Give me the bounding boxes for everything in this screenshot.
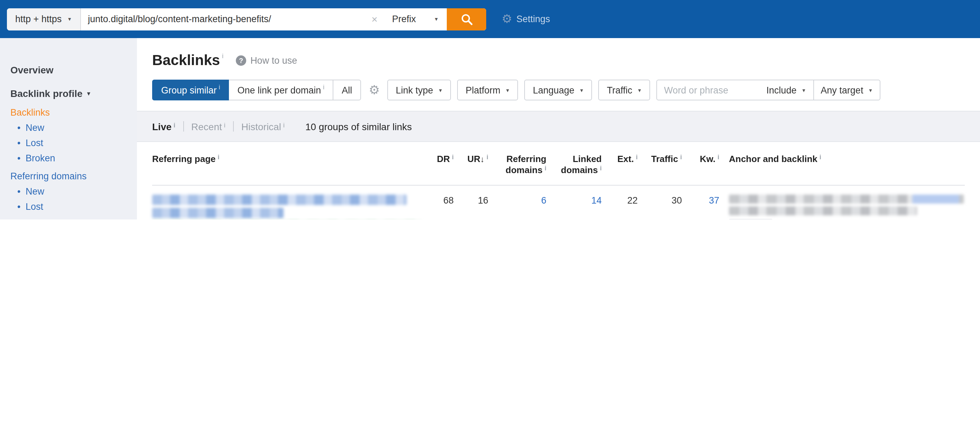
table-row: ENECOMMERCEWORDPRESS6816614223037CONTENT… (152, 185, 965, 219)
chevron-down-icon: ▼ (67, 17, 72, 21)
filter-dropdown-language[interactable]: Language▼ (525, 80, 592, 101)
groups-summary: 10 groups of similar links (305, 121, 412, 132)
gear-icon: ⚙ (502, 13, 512, 25)
sidebar-subitem-new[interactable]: •New (10, 185, 133, 198)
any-target-dropdown[interactable]: Any target▼ (814, 85, 880, 95)
sidebar-subitem-lost[interactable]: •Lost (10, 201, 133, 213)
column-settings-gear-icon[interactable]: ⚙ (369, 82, 380, 97)
traffic-value: 30 (638, 195, 682, 219)
chevron-down-icon: ▼ (505, 88, 510, 93)
mode-label: Prefix (392, 14, 416, 24)
protocol-dropdown[interactable]: http + https ▼ (7, 8, 81, 30)
info-icon: i (323, 84, 325, 91)
word-or-phrase-input[interactable] (657, 85, 759, 95)
question-icon: ? (236, 55, 246, 65)
target-url-input[interactable] (81, 8, 366, 30)
info-icon: i (600, 165, 602, 172)
page-title: Backlinks (152, 52, 220, 69)
protocol-label: http + https (15, 14, 62, 24)
column-header-traffic[interactable]: Traffici (638, 154, 682, 177)
header-line: Referring (488, 154, 546, 165)
bullet-icon: • (17, 137, 21, 150)
header-line: Linked (546, 154, 602, 165)
chevron-down-icon: ▼ (438, 88, 443, 93)
chevron-down-icon: ▼ (434, 17, 439, 21)
tab-recent[interactable]: Recenti (191, 121, 226, 132)
sidebar-item-anchors[interactable]: Anchors (10, 218, 133, 219)
any-target-label: Any target (821, 85, 863, 95)
info-icon: i (718, 154, 719, 161)
redacted-text (152, 195, 407, 205)
top-bar: http + https ▼ × Prefix ▼ ⚙ Settings (0, 0, 980, 38)
mode-dropdown[interactable]: Prefix ▼ (383, 8, 447, 30)
kw-value[interactable]: 37 (682, 195, 719, 219)
anchor-cell: CONTENTjunto.digital/blog/content-market… (719, 195, 965, 219)
info-icon: i (819, 154, 821, 161)
chevron-down-icon: ▼ (86, 91, 92, 97)
redacted-highlight (912, 195, 959, 204)
info-icon: i (173, 121, 175, 128)
rd-value[interactable]: 6 (488, 195, 546, 219)
segment-one-link-per-domain[interactable]: One link per domaini (229, 80, 334, 101)
chevron-down-icon: ▼ (801, 88, 806, 93)
settings-button[interactable]: ⚙ Settings (502, 13, 550, 25)
filter-label: Language (533, 85, 574, 95)
referring-page-cell[interactable]: ENECOMMERCEWORDPRESS (152, 195, 423, 219)
ur-value: 16 (454, 195, 488, 219)
ext-value: 22 (602, 195, 638, 219)
ahrefs-backlinks-page: http + https ▼ × Prefix ▼ ⚙ Settings Ove… (0, 0, 980, 219)
include-dropdown[interactable]: Include▼ (759, 85, 813, 95)
ld-value[interactable]: 14 (546, 195, 602, 219)
sidebar-subitem-lost[interactable]: •Lost (10, 137, 133, 150)
how-to-use-link[interactable]: ? How to use (236, 55, 297, 65)
sidebar-item-backlinks[interactable]: Backlinks (10, 106, 133, 119)
word-filter-group: Include▼Any target▼ (656, 80, 880, 101)
info-icon: i (452, 154, 454, 161)
column-header-linked-domains[interactable]: Linkeddomainsi (546, 154, 602, 177)
sidebar-subitem-new[interactable]: •New (10, 122, 133, 134)
sidebar-item-referring-domains[interactable]: Referring domains (10, 170, 133, 183)
content-badge: CONTENT (729, 219, 773, 219)
bullet-icon: • (17, 201, 21, 213)
sidebar-section-overview[interactable]: Overview (10, 63, 133, 77)
info-icon: i (222, 53, 223, 59)
info-icon: i (545, 165, 546, 172)
column-header-ext-[interactable]: Ext.i (602, 154, 638, 177)
column-header-ur[interactable]: UR↓i (454, 154, 488, 177)
backlinks-table: Referring pageiDRiUR↓iReferringdomainsiL… (137, 142, 980, 219)
filter-label: Link type (396, 85, 433, 95)
bullet-icon: • (17, 122, 21, 134)
filter-dropdown-traffic[interactable]: Traffic▼ (598, 80, 650, 101)
tab-live[interactable]: Livei (152, 121, 175, 132)
page-header: Backlinks i ? How to use (152, 52, 980, 69)
table-header-row: Referring pageiDRiUR↓iReferringdomainsiL… (152, 142, 965, 185)
filter-dropdown-link-type[interactable]: Link type▼ (388, 80, 451, 101)
header-line: domainsi (488, 165, 546, 177)
column-header-referring-page[interactable]: Referring pagei (152, 154, 423, 177)
header-line: domainsi (546, 165, 602, 177)
settings-label: Settings (516, 14, 550, 24)
redacted-text (729, 206, 917, 216)
column-header-referring-domains[interactable]: Referringdomainsi (488, 154, 546, 177)
filter-dropdown-platform[interactable]: Platform▼ (458, 80, 519, 101)
sidebar-section-backlink-profile[interactable]: Backlink profile▼ (10, 86, 133, 101)
column-header-anchor-and-backlink[interactable]: Anchor and backlinki (719, 154, 965, 177)
main-content: Backlinks i ? How to use Group similariO… (137, 38, 980, 219)
column-header-dr[interactable]: DRi (423, 154, 454, 177)
segment-all[interactable]: All (332, 80, 361, 101)
sidebar-subitem-broken[interactable]: •Broken (10, 152, 133, 165)
anchor-badge-row: CONTENT (729, 219, 965, 219)
chevron-down-icon: ▼ (868, 88, 873, 93)
filter-label: Traffic (607, 85, 632, 95)
redacted-text (152, 208, 283, 218)
chevron-down-icon: ▼ (579, 88, 584, 93)
bullet-icon: • (17, 185, 21, 198)
search-button[interactable] (447, 8, 487, 30)
info-icon: i (224, 121, 226, 128)
column-header-kw-[interactable]: Kw.i (682, 154, 719, 177)
clear-icon[interactable]: × (366, 8, 383, 30)
info-icon: i (283, 121, 285, 128)
segment-group-similar[interactable]: Group similari (152, 80, 229, 101)
divider (183, 121, 184, 132)
tab-historical[interactable]: Historicali (241, 121, 285, 132)
